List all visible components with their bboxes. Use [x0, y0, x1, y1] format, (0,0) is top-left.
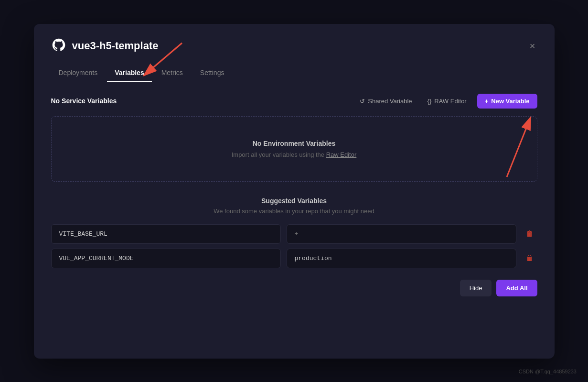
delete-row-1-button[interactable]: 🗑: [522, 250, 537, 266]
close-button[interactable]: ×: [528, 39, 537, 53]
raw-icon: {}: [428, 98, 432, 105]
suggested-desc: We found some variables in your repo tha…: [51, 207, 537, 215]
var-value-input-0[interactable]: [287, 224, 516, 244]
new-variable-label: New Variable: [491, 98, 529, 105]
delete-icon-0: 🗑: [526, 229, 534, 238]
add-all-button[interactable]: Add All: [496, 280, 537, 296]
tab-deployments[interactable]: Deployments: [51, 64, 106, 82]
watermark: CSDN @T.qq_44859233: [519, 369, 577, 374]
hide-button[interactable]: Hide: [460, 280, 492, 296]
var-key-input-1[interactable]: [51, 249, 281, 268]
bottom-actions: Hide Add All: [51, 280, 537, 296]
raw-editor-link[interactable]: Raw Editor: [326, 151, 357, 158]
title-group: vue3-h5-template: [51, 37, 159, 55]
variable-row-0: 🗑: [51, 224, 537, 244]
delete-icon-1: 🗑: [526, 254, 534, 262]
empty-state-box: No Environment Variables Import all your…: [51, 116, 537, 182]
actions-group: ↺ Shared Variable {} RAW Editor + New Va…: [355, 94, 537, 109]
shared-variable-button[interactable]: ↺ Shared Variable: [355, 95, 417, 108]
modal-dialog: vue3-h5-template × Deployments Variables…: [34, 24, 555, 359]
github-icon: [51, 37, 66, 55]
tab-metrics[interactable]: Metrics: [154, 64, 191, 82]
empty-state-desc: Import all your variables using the Raw …: [63, 151, 525, 158]
tabs-bar: Deployments Variables Metrics Settings: [34, 55, 555, 82]
raw-editor-label: RAW Editor: [434, 98, 466, 105]
section-title: No Service Variables: [51, 97, 117, 105]
new-variable-button[interactable]: + New Variable: [477, 94, 537, 109]
var-key-input-0[interactable]: [51, 224, 281, 244]
raw-editor-button[interactable]: {} RAW Editor: [423, 95, 471, 108]
modal-header: vue3-h5-template ×: [34, 24, 555, 55]
variable-row-1: 🗑: [51, 249, 537, 268]
empty-state-title: No Environment Variables: [63, 140, 525, 147]
suggested-section: Suggested Variables We found some variab…: [51, 197, 537, 296]
shared-variable-label: Shared Variable: [368, 98, 412, 105]
empty-state-text: Import all your variables using the: [232, 151, 324, 158]
var-value-input-1[interactable]: [287, 249, 516, 268]
shared-icon: ↺: [360, 98, 365, 105]
plus-icon: +: [485, 98, 489, 105]
delete-row-0-button[interactable]: 🗑: [522, 226, 537, 242]
section-header: No Service Variables ↺ Shared Variable {…: [51, 94, 537, 109]
modal-overlay: vue3-h5-template × Deployments Variables…: [0, 0, 588, 382]
tab-variables[interactable]: Variables: [107, 64, 152, 82]
tab-settings[interactable]: Settings: [192, 64, 232, 82]
modal-title: vue3-h5-template: [72, 40, 159, 52]
content-area: No Service Variables ↺ Shared Variable {…: [34, 82, 555, 308]
suggested-title: Suggested Variables: [51, 197, 537, 205]
